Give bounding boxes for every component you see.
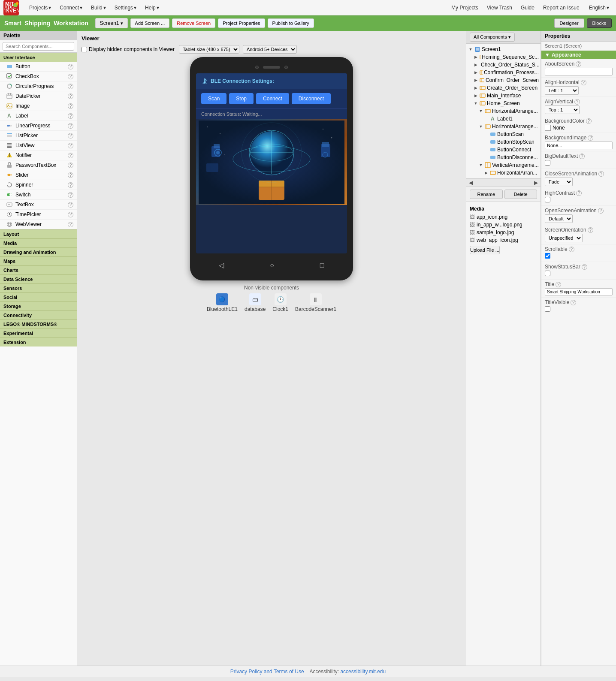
palette-notifier[interactable]: ! Notifier ?: [0, 151, 77, 160]
palette-linearprogress[interactable]: LinearProgress ?: [0, 121, 77, 131]
tree-h-arrange-1[interactable]: ▼ HorizontalArrange...: [466, 107, 541, 115]
tree-btn-connect[interactable]: ButtonConnect: [466, 146, 541, 154]
scan-btn[interactable]: Scan: [201, 93, 226, 104]
search-input[interactable]: [3, 42, 74, 51]
titlevisible-help[interactable]: ?: [571, 300, 576, 305]
section-drawing[interactable]: Drawing and Animation: [0, 247, 77, 256]
help-menu[interactable]: Help ▾: [142, 3, 163, 12]
highcontrast-checkbox[interactable]: [545, 197, 550, 202]
section-extension[interactable]: Extension: [0, 337, 77, 347]
home-screen-expand[interactable]: ▼: [473, 101, 478, 106]
webviewer-help-icon[interactable]: ?: [68, 222, 73, 227]
confirm-order-expand[interactable]: ▶: [473, 78, 478, 83]
textbox-help-icon[interactable]: ?: [68, 202, 73, 208]
bgcolor-box[interactable]: [545, 125, 551, 131]
palette-spinner[interactable]: Spinner ?: [0, 180, 77, 190]
publish-gallery-btn[interactable]: Publish to Gallery: [268, 18, 314, 28]
palette-button[interactable]: Button ?: [0, 62, 77, 72]
tree-homing[interactable]: ▶ Homing_Sequence_Sc...: [466, 53, 541, 61]
openanim-select[interactable]: Default Fade Zoom Slide None: [545, 214, 573, 223]
section-sensors[interactable]: Sensors: [0, 283, 77, 292]
palette-webviewer[interactable]: WebViewer ?: [0, 220, 77, 229]
aboutscreen-input[interactable]: [545, 68, 613, 75]
stop-btn[interactable]: Stop: [229, 93, 254, 104]
remove-screen-btn[interactable]: Remove Screen: [172, 18, 215, 28]
homing-expand[interactable]: ▶: [473, 54, 478, 60]
screenori-help[interactable]: ?: [588, 227, 593, 233]
section-media[interactable]: Media: [0, 238, 77, 247]
back-btn[interactable]: ◁: [219, 261, 224, 269]
highcontrast-help[interactable]: ?: [576, 190, 582, 196]
accessibility-link[interactable]: accessibility.mit.edu: [340, 669, 386, 675]
create-order-expand[interactable]: ▶: [473, 85, 478, 90]
tree-create-order[interactable]: ▶ Create_Order_Screen: [466, 84, 541, 92]
view-trash-link[interactable]: View Trash: [484, 3, 515, 12]
bgcolor-help[interactable]: ?: [586, 118, 592, 124]
datepicker-help-icon[interactable]: ?: [68, 93, 73, 99]
titlevisible-checkbox[interactable]: [545, 306, 550, 312]
section-social[interactable]: Social: [0, 292, 77, 301]
scrollable-help[interactable]: ?: [569, 247, 574, 252]
scrollable-checkbox[interactable]: [545, 253, 550, 259]
palette-timepicker[interactable]: TimePicker ?: [0, 210, 77, 220]
tree-screen1[interactable]: ▼ Screen1: [466, 45, 541, 53]
showstatusbar-checkbox[interactable]: [545, 271, 550, 276]
language-btn[interactable]: English ▾: [586, 3, 613, 12]
project-properties-btn[interactable]: Project Properties: [218, 18, 265, 28]
palette-image[interactable]: Image ?: [0, 101, 77, 111]
tree-confirm-order[interactable]: ▶ Confirm_Order_Screen: [466, 76, 541, 84]
palette-switch[interactable]: Switch ?: [0, 190, 77, 200]
switch-help-icon[interactable]: ?: [68, 192, 73, 198]
projects-menu[interactable]: Projects ▾: [26, 3, 54, 12]
varrange-expand[interactable]: ▼: [478, 163, 483, 168]
alignhorizontal-select[interactable]: Left : 1 Center : 3 Right : 2: [545, 86, 579, 95]
palette-textbox[interactable]: TextBox ?: [0, 200, 77, 210]
title-help[interactable]: ?: [556, 282, 561, 287]
guide-link[interactable]: Guide: [518, 3, 537, 12]
delete-btn[interactable]: Delete: [504, 190, 537, 199]
hidden-components-checkbox[interactable]: [82, 47, 87, 52]
rename-btn[interactable]: Rename: [470, 190, 503, 199]
connect-btn[interactable]: Connect: [256, 93, 289, 104]
bgimage-help[interactable]: ?: [588, 135, 593, 141]
button-help-icon[interactable]: ?: [68, 64, 73, 69]
palette-datepicker[interactable]: DatePicker ?: [0, 91, 77, 101]
listpicker-help-icon[interactable]: ?: [68, 133, 73, 139]
bgimage-input[interactable]: [545, 142, 613, 149]
all-components-btn[interactable]: All Components ▾: [470, 33, 515, 42]
spinner-help-icon[interactable]: ?: [68, 182, 73, 188]
openanim-help[interactable]: ?: [598, 208, 604, 214]
palette-slider[interactable]: Slider ?: [0, 170, 77, 180]
settings-menu[interactable]: Settings ▾: [111, 3, 140, 12]
bigtext-help[interactable]: ?: [579, 154, 585, 159]
checkbox-help-icon[interactable]: ?: [68, 74, 73, 79]
alignv-help[interactable]: ?: [574, 99, 580, 105]
section-storage[interactable]: Storage: [0, 301, 77, 310]
listview-help-icon[interactable]: ?: [68, 143, 73, 148]
harrange2-expand[interactable]: ▼: [478, 124, 483, 129]
tree-h-arrange-2[interactable]: ▼ HorizontalArrange...: [466, 123, 541, 130]
slider-help-icon[interactable]: ?: [68, 172, 73, 178]
bigdefaulttext-checkbox[interactable]: [545, 160, 550, 166]
tree-btn-disconnect[interactable]: ButtonDisconne...: [466, 154, 541, 161]
report-issue-link[interactable]: Report an Issue: [541, 3, 582, 12]
tree-main-interface[interactable]: ▶ Main_Interface: [466, 92, 541, 99]
section-experimental[interactable]: Experimental: [0, 328, 77, 337]
main-interface-expand[interactable]: ▶: [473, 93, 478, 98]
privacy-link[interactable]: Privacy Policy and Terms of Use: [230, 669, 304, 675]
harrange3-expand[interactable]: ▶: [483, 170, 489, 175]
timepicker-help-icon[interactable]: ?: [68, 212, 73, 217]
screenorientation-select[interactable]: Unspecified Portrait Landscape: [545, 234, 583, 242]
section-user-interface[interactable]: User Interface: [0, 53, 77, 62]
palette-circularprogress[interactable]: CircularProgress ?: [0, 81, 77, 91]
tree-btn-stop[interactable]: ButtonStopScan: [466, 138, 541, 146]
tree-scroll-right[interactable]: ▶: [534, 180, 538, 186]
my-projects-link[interactable]: My Projects: [449, 3, 481, 12]
check-order-expand[interactable]: ▶: [473, 62, 478, 67]
closeanim-help[interactable]: ?: [598, 171, 604, 177]
showstatusbar-help[interactable]: ?: [582, 264, 587, 270]
tree-label1[interactable]: A Label1: [466, 115, 541, 123]
hidden-components-label[interactable]: Display hidden components in Viewer: [82, 46, 175, 52]
upload-btn[interactable]: Upload File ...: [470, 246, 500, 254]
tree-h-arrange-3[interactable]: ▶ HorizontalArran...: [466, 169, 541, 177]
